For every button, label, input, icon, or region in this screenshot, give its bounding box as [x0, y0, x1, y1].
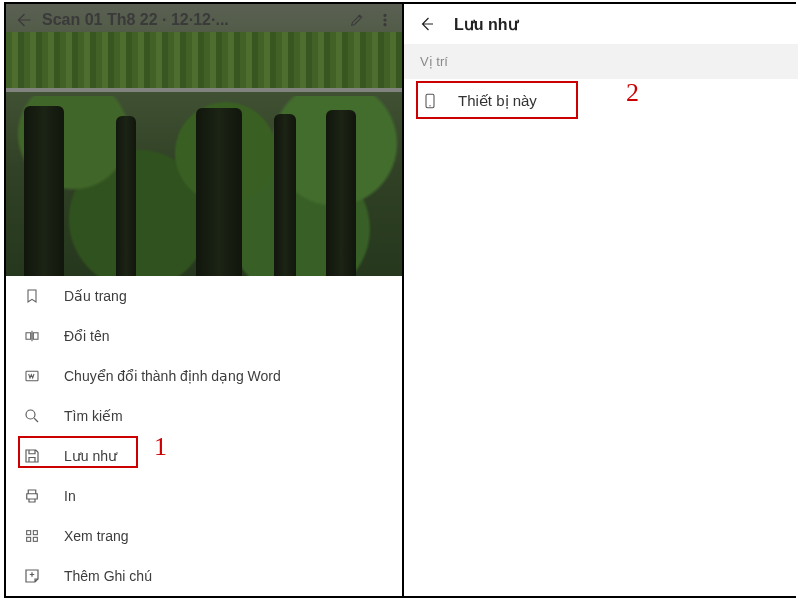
context-menu: Dấu trang Đổi tên Chuyển đổi thành định …: [6, 276, 402, 596]
menu-item-search[interactable]: Tìm kiếm: [6, 396, 402, 436]
rename-icon: [22, 326, 42, 346]
annotation-number-2: 2: [626, 78, 639, 108]
word-doc-icon: [22, 366, 42, 386]
menu-label: Thêm Ghi chú: [64, 568, 386, 584]
add-note-icon: [22, 566, 42, 586]
tutorial-frame: Scan 01 Th8 22 · 12·12·... Dấu trang: [4, 2, 796, 598]
print-icon: [22, 486, 42, 506]
svg-point-4: [26, 410, 35, 419]
location-label: Thiết bị này: [458, 92, 537, 110]
save-as-title: Lưu như: [454, 15, 518, 34]
menu-label: In: [64, 488, 386, 504]
menu-item-add-note[interactable]: Thêm Ghi chú: [6, 556, 402, 596]
menu-label: Đổi tên: [64, 328, 386, 344]
right-screenshot: Lưu như Vị trí Thiết bị này 2: [404, 4, 798, 596]
menu-label: Chuyển đổi thành định dạng Word: [64, 368, 386, 384]
svg-rect-8: [33, 537, 37, 541]
menu-item-convert-word[interactable]: Chuyển đổi thành định dạng Word: [6, 356, 402, 396]
annotation-number-1: 1: [154, 432, 167, 462]
grid-icon: [22, 526, 42, 546]
back-arrow-icon[interactable]: [14, 11, 32, 29]
svg-rect-7: [27, 537, 31, 541]
menu-label: Lưu như: [64, 448, 386, 464]
svg-point-2: [384, 24, 386, 26]
menu-label: Tìm kiếm: [64, 408, 386, 424]
menu-label: Dấu trang: [64, 288, 386, 304]
svg-point-1: [384, 19, 386, 21]
svg-point-0: [384, 14, 386, 16]
left-screenshot: Scan 01 Th8 22 · 12·12·... Dấu trang: [6, 4, 402, 596]
menu-item-view-pages[interactable]: Xem trang: [6, 516, 402, 556]
svg-rect-6: [33, 531, 37, 535]
location-section-label: Vị trí: [404, 44, 798, 79]
back-arrow-icon[interactable]: [418, 15, 436, 33]
edit-pencil-icon[interactable]: [348, 11, 366, 29]
menu-item-bookmark[interactable]: Dấu trang: [6, 276, 402, 316]
save-icon: [22, 446, 42, 466]
dim-overlay: [6, 4, 402, 276]
bookmark-icon: [22, 286, 42, 306]
menu-item-rename[interactable]: Đổi tên: [6, 316, 402, 356]
menu-label: Xem trang: [64, 528, 386, 544]
document-header: Scan 01 Th8 22 · 12·12·...: [6, 4, 402, 36]
device-phone-icon: [420, 88, 440, 114]
search-icon: [22, 406, 42, 426]
save-as-header: Lưu như: [404, 4, 798, 44]
menu-item-save-as[interactable]: Lưu như: [6, 436, 402, 476]
overflow-menu-icon[interactable]: [376, 11, 394, 29]
menu-item-print[interactable]: In: [6, 476, 402, 516]
svg-rect-5: [27, 531, 31, 535]
document-title: Scan 01 Th8 22 · 12·12·...: [42, 11, 338, 29]
location-this-device[interactable]: Thiết bị này: [404, 79, 798, 123]
document-preview-area: Scan 01 Th8 22 · 12·12·...: [6, 4, 402, 276]
